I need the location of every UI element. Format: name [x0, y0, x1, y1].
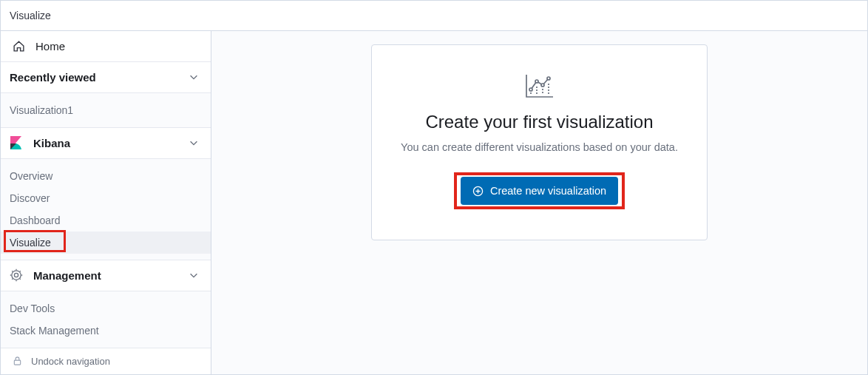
recently-viewed-list: Visualization1: [1, 93, 211, 128]
management-title: Management: [33, 269, 101, 282]
recently-viewed-title: Recently viewed: [10, 71, 96, 84]
svg-rect-2: [14, 360, 20, 365]
sidebar-item-visualize[interactable]: Visualize: [1, 232, 211, 254]
chevron-down-icon: [189, 270, 199, 280]
home-icon: [13, 40, 25, 53]
svg-point-5: [541, 84, 544, 87]
kibana-title: Kibana: [33, 137, 70, 149]
kibana-list: Overview Discover Dashboard Visualize: [1, 159, 211, 260]
gear-icon: [10, 268, 23, 282]
recently-item-visualization1[interactable]: Visualization1: [1, 99, 211, 121]
svg-point-6: [547, 77, 550, 80]
sidebar-item-discover[interactable]: Discover: [1, 187, 211, 209]
management-header[interactable]: Management: [1, 260, 211, 291]
breadcrumb: Visualize: [1, 1, 867, 31]
sidebar: Home Recently viewed Visualization1 Kiba…: [1, 31, 211, 374]
kibana-logo-icon: [10, 135, 23, 150]
management-list: Dev Tools Stack Management: [1, 291, 211, 348]
card-subtitle: You can create different visualizations …: [401, 141, 678, 153]
undock-navigation[interactable]: Undock navigation: [1, 348, 211, 374]
sidebar-item-dev-tools[interactable]: Dev Tools: [1, 297, 211, 320]
visualization-icon: [523, 72, 556, 100]
create-button-label: Create new visualization: [490, 185, 606, 197]
plus-circle-icon: [472, 186, 484, 197]
svg-point-4: [535, 80, 538, 83]
svg-point-1: [12, 271, 21, 280]
home-label: Home: [35, 40, 65, 53]
undock-label: Undock navigation: [31, 356, 110, 367]
kibana-header[interactable]: Kibana: [1, 128, 211, 159]
svg-point-0: [14, 274, 18, 277]
breadcrumb-text: Visualize: [10, 10, 51, 21]
lock-icon: [13, 356, 22, 366]
sidebar-item-dashboard[interactable]: Dashboard: [1, 209, 211, 232]
create-visualization-button[interactable]: Create new visualization: [461, 177, 618, 205]
sidebar-item-overview[interactable]: Overview: [1, 165, 211, 187]
chevron-down-icon: [189, 72, 199, 82]
home-link[interactable]: Home: [1, 31, 211, 62]
main-content: Create your first visualization You can …: [211, 31, 867, 374]
recently-viewed-header[interactable]: Recently viewed: [1, 62, 211, 93]
card-title: Create your first visualization: [425, 112, 653, 132]
chevron-down-icon: [189, 138, 199, 148]
sidebar-item-stack-management[interactable]: Stack Management: [1, 320, 211, 342]
empty-state-card: Create your first visualization You can …: [371, 44, 708, 240]
svg-point-3: [529, 88, 532, 91]
